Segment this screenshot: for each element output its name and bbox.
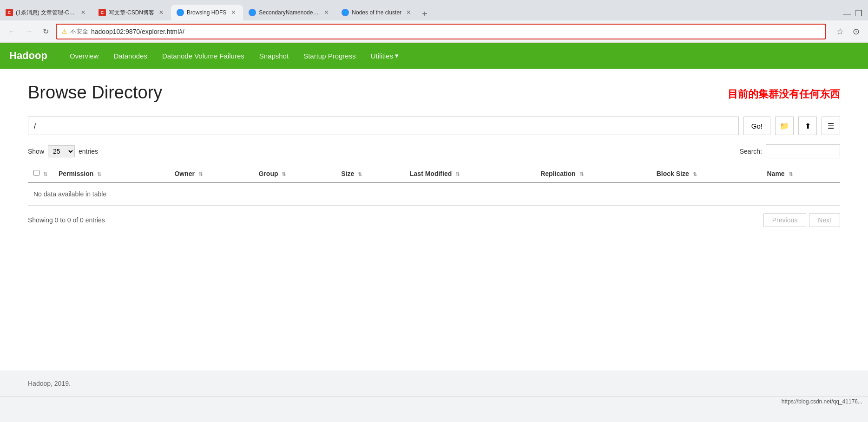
tab-close-btn-secondary[interactable]: × [322,8,330,17]
th-checkbox: ⇅ [28,165,53,183]
tab-close-btn-2[interactable]: × [157,8,165,17]
th-owner[interactable]: Owner ⇅ [169,165,253,183]
forward-icon: → [25,27,33,36]
minimize-button[interactable]: — [843,9,851,19]
upload-icon: ⬆ [805,122,811,130]
globe-icon-nodes: 🌐 [342,9,349,16]
tab-label-secondary: SecondaryNamenode inf [259,9,319,16]
path-input[interactable] [28,117,739,135]
entries-suffix: entries [79,148,98,155]
insecure-label: 不安全 [70,27,88,36]
tab-label-2: 写文章-CSDN博客 [109,9,154,17]
search-label: Search: [740,148,762,155]
th-block-size[interactable]: Block Size ⇅ [651,165,762,183]
path-row: Go! 📁 ⬆ ☰ [28,117,840,135]
upload-button[interactable]: ⬆ [798,117,817,135]
no-data-cell: No data available in table [28,182,840,206]
refresh-icon: ↻ [43,27,49,36]
th-name[interactable]: Name ⇅ [762,165,841,183]
th-group[interactable]: Group ⇅ [253,165,336,183]
address-actions: ☆ ⊙ [834,25,862,38]
show-label: Show [28,148,44,155]
select-all-checkbox[interactable] [33,170,39,176]
tab-csdn1[interactable]: C (1条消息) 文章管理-CSDN × [0,5,93,20]
tab-close-btn-hdfs[interactable]: × [229,8,237,17]
table-header-row: ⇅ Permission ⇅ Owner ⇅ Group ⇅ [28,165,840,183]
nav-snapshot[interactable]: Snapshot [259,50,289,62]
list-button[interactable]: ☰ [822,117,840,135]
th-last-modified-label: Last Modified [410,170,452,177]
tab-close-btn[interactable]: × [79,8,87,17]
status-bar: https://blog.csdn.net/qq_41176... [0,396,868,406]
star-icon: ☆ [836,26,844,37]
sort-icon-checkbox: ⇅ [43,171,47,177]
footer-text: Hadoop, 2019. [28,380,71,387]
sort-icon-block-size: ⇅ [693,171,697,177]
bookmark-button[interactable]: ☆ [834,25,847,38]
no-data-row: No data available in table [28,182,840,206]
th-replication[interactable]: Replication ⇅ [535,165,651,183]
warning-icon: ⚠ [61,28,67,35]
address-bar-row: ← → ↻ ⚠ 不安全 ☆ ⊙ [0,20,868,43]
tab-label-nodes: Nodes of the cluster [352,9,401,16]
tab-hdfs[interactable]: 🌐 Browsing HDFS × [171,5,243,20]
window-controls: — ❐ [843,8,868,20]
nav-datanodes[interactable]: Datanodes [113,50,147,62]
th-group-label: Group [259,170,278,177]
browser-frame: C (1条消息) 文章管理-CSDN × C 写文章-CSDN博客 × 🌐 Br… [0,0,868,422]
entries-row: Show 10 25 50 100 entries Search: [28,144,840,158]
hadoop-navbar: Hadoop Overview Datanodes Datanode Volum… [0,43,868,69]
tab-nodes[interactable]: 🌐 Nodes of the cluster × [336,5,418,20]
back-button[interactable]: ← [6,25,19,38]
next-button[interactable]: Next [809,213,840,227]
forward-button[interactable]: → [22,25,35,38]
new-tab-button[interactable]: + [418,7,431,20]
nav-utilities-label: Utilities [371,52,393,60]
search-row: Search: [740,144,840,158]
sort-icon-size: ⇅ [358,171,362,177]
nav-overview[interactable]: Overview [70,50,99,62]
th-permission-label: Permission [59,170,93,177]
th-replication-label: Replication [540,170,575,177]
nav-startup-progress[interactable]: Startup Progress [303,50,356,62]
tab-csdn2[interactable]: C 写文章-CSDN博客 × [93,5,171,20]
nav-utilities-dropdown[interactable]: Utilities ▾ [371,52,399,60]
folder-button[interactable]: 📁 [775,117,794,135]
footer: Hadoop, 2019. [0,370,868,396]
show-entries: Show 10 25 50 100 entries [28,145,98,157]
th-block-size-label: Block Size [657,170,689,177]
th-size[interactable]: Size ⇅ [335,165,404,183]
csdn-icon: C [6,9,13,16]
sort-icon-owner: ⇅ [198,171,203,177]
account-icon: ⊙ [853,26,860,37]
tab-label-hdfs: Browsing HDFS [187,9,226,16]
globe-icon-hdfs: 🌐 [177,9,184,16]
tab-close-btn-nodes[interactable]: × [404,8,413,17]
go-button[interactable]: Go! [743,117,770,135]
maximize-button[interactable]: ❐ [855,8,862,19]
entries-select[interactable]: 10 25 50 100 [48,145,75,157]
sort-icon-name: ⇅ [789,171,793,177]
nav-datanode-volume-failures[interactable]: Datanode Volume Failures [162,50,244,62]
tab-secondary[interactable]: 🌐 SecondaryNamenode inf × [243,5,336,20]
page-header: Browse Directory 目前的集群没有任何东西 [28,83,840,103]
previous-button[interactable]: Previous [763,213,806,227]
page-title: Browse Directory [28,83,162,103]
data-table: ⇅ Permission ⇅ Owner ⇅ Group ⇅ [28,165,840,206]
search-input[interactable] [766,144,840,158]
globe-icon-secondary: 🌐 [249,9,256,16]
showing-text: Showing 0 to 0 of 0 entries [28,216,105,224]
sort-icon-group: ⇅ [282,171,286,177]
th-last-modified[interactable]: Last Modified ⇅ [404,165,535,183]
account-button[interactable]: ⊙ [849,25,862,38]
refresh-button[interactable]: ↻ [39,25,52,38]
address-input[interactable] [91,28,821,35]
th-size-label: Size [341,170,354,177]
address-box: ⚠ 不安全 [56,24,826,39]
th-owner-label: Owner [174,170,195,177]
sort-icon-permission: ⇅ [97,171,101,177]
dropdown-arrow-icon: ▾ [395,52,399,60]
th-permission[interactable]: Permission ⇅ [53,165,169,183]
sort-icon-last-modified: ⇅ [455,171,460,177]
th-name-label: Name [767,170,785,177]
